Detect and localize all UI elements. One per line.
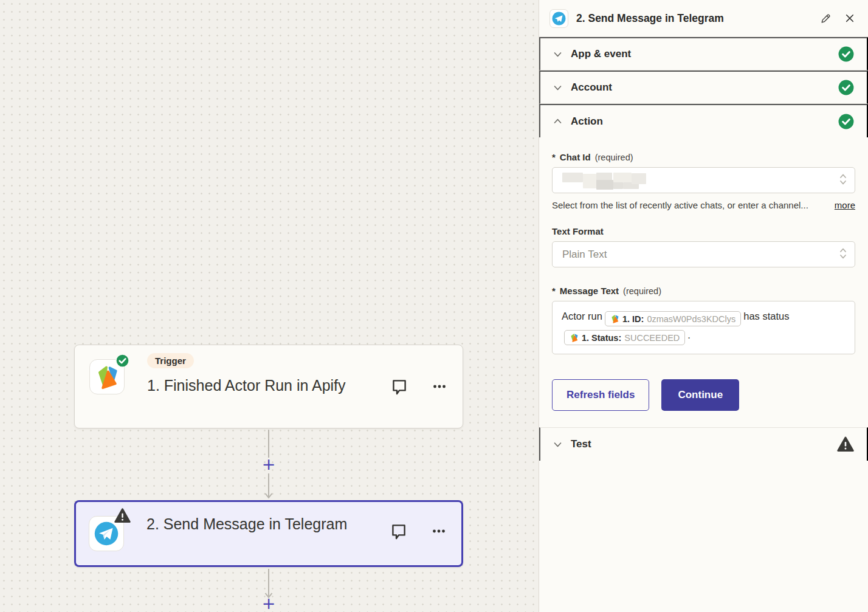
add-note-button[interactable] (385, 518, 412, 545)
trigger-step-card[interactable]: Trigger 1. Finished Actor Run in Apify (74, 345, 463, 428)
zap-editor: Trigger 1. Finished Actor Run in Apify + (0, 0, 868, 612)
section-account[interactable]: Account (539, 70, 868, 104)
required-asterisk: * (552, 152, 556, 162)
helper-more-link[interactable]: more (835, 200, 855, 210)
ellipsis-icon (430, 377, 449, 396)
apify-icon (610, 314, 619, 323)
token-label: 1. Status: (582, 329, 621, 346)
comment-icon (389, 521, 408, 541)
select-stepper-icon (839, 173, 847, 188)
chevron-up-icon (553, 117, 562, 126)
pencil-icon (820, 13, 832, 24)
chat-id-helper-row: Select from the list of recently active … (552, 200, 855, 210)
text-format-label-row: Text Format (552, 226, 855, 236)
mapped-field-token-id[interactable]: 1. ID:0zmasW0Pds3KDClys (605, 311, 741, 326)
ellipsis-icon (430, 522, 448, 540)
section-status-complete-icon (838, 80, 854, 95)
add-step-button-bottom[interactable]: + (261, 596, 277, 611)
chat-id-label: Chat Id (560, 152, 591, 162)
chevron-down-icon (553, 83, 562, 92)
comment-icon (390, 377, 409, 396)
chat-id-redacted-value (553, 168, 855, 193)
apify-icon (570, 333, 579, 342)
add-step-button[interactable]: + (261, 456, 277, 472)
section-app-and-event[interactable]: App & event (539, 37, 868, 70)
chevron-down-icon (553, 50, 562, 59)
required-hint: (required) (623, 286, 661, 296)
action-step-title: 2. Send Message in Telegram (146, 512, 367, 535)
action-step-card[interactable]: 2. Send Message in Telegram (74, 500, 463, 567)
text-format-label: Text Format (552, 226, 604, 236)
section-status-complete-icon (838, 114, 854, 129)
message-text-part: Actor run (562, 311, 602, 321)
trigger-step-title: 1. Finished Actor Run in Apify (147, 374, 367, 397)
required-hint: (required) (595, 153, 633, 162)
refresh-fields-button[interactable]: Refresh fields (552, 379, 649, 411)
section-label: Account (571, 81, 612, 94)
close-panel-button[interactable] (842, 10, 858, 26)
token-value: SUCCEEDED (624, 329, 680, 346)
section-label: App & event (571, 48, 631, 60)
add-note-button[interactable] (386, 373, 413, 400)
success-badge-icon (115, 354, 129, 370)
step-settings-panel: 2. Send Message in Telegram App & event (539, 0, 868, 612)
form-buttons: Refresh fields Continue (552, 379, 855, 411)
warning-badge-icon (114, 508, 131, 526)
telegram-app-icon (89, 516, 124, 551)
section-test[interactable]: Test (539, 427, 868, 461)
chat-id-helper-text: Select from the list of recently active … (552, 200, 808, 210)
continue-button[interactable]: Continue (661, 379, 739, 411)
chat-id-select[interactable] (552, 167, 855, 193)
telegram-app-chip (549, 9, 568, 28)
step-menu-button[interactable] (426, 373, 453, 400)
section-action[interactable]: Action (539, 104, 868, 137)
message-text-input[interactable]: Actor run1. ID:0zmasW0Pds3KDClyshas stat… (552, 301, 855, 354)
text-format-value: Plain Text (562, 249, 607, 261)
workflow-canvas[interactable]: Trigger 1. Finished Actor Run in Apify + (0, 0, 539, 612)
rename-step-button[interactable] (818, 10, 834, 27)
chevron-down-icon (553, 440, 562, 449)
connector-arrow (264, 473, 274, 500)
close-icon (844, 13, 855, 24)
panel-title: 2. Send Message in Telegram (576, 12, 724, 25)
message-text-label: Message Text (560, 286, 619, 296)
section-label: Action (571, 115, 603, 128)
token-value: 0zmasW0Pds3KDClys (647, 311, 735, 328)
step-menu-button[interactable] (425, 518, 452, 545)
telegram-logo-icon (551, 11, 567, 26)
action-form: * Chat Id (required) (539, 137, 868, 427)
apify-app-icon (89, 359, 125, 394)
connector-line (264, 430, 274, 458)
select-stepper-icon (839, 247, 847, 263)
message-text-part: . (687, 329, 691, 340)
section-label: Test (571, 438, 591, 450)
text-format-select[interactable]: Plain Text (552, 241, 855, 267)
message-text-part: has status (743, 311, 789, 321)
message-text-label-row: * Message Text (required) (552, 286, 855, 296)
section-status-complete-icon (838, 46, 854, 62)
trigger-badge: Trigger (147, 353, 194, 368)
chat-id-label-row: * Chat Id (required) (552, 152, 855, 162)
section-status-warning-icon (837, 436, 854, 452)
required-asterisk: * (552, 286, 556, 296)
panel-header: 2. Send Message in Telegram (539, 0, 868, 37)
mapped-field-token-status[interactable]: 1. Status:SUCCEEDED (564, 330, 685, 345)
token-label: 1. ID: (622, 311, 644, 328)
